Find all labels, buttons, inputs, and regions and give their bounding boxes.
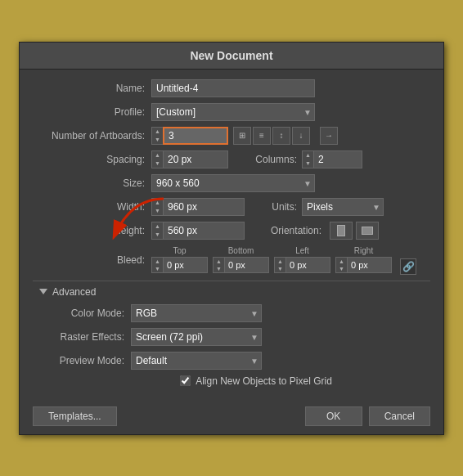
height-spin-down[interactable]: ▼ <box>152 231 163 239</box>
bleed-top-group: Top ▲ ▼ <box>151 246 208 273</box>
profile-label: Profile: <box>33 106 151 118</box>
bleed-right-input[interactable] <box>347 257 392 273</box>
artboard-row-btn[interactable]: ≡ <box>253 127 271 145</box>
bleed-bottom-spin-down[interactable]: ▼ <box>214 265 224 272</box>
raster-effects-dropdown-wrap: Screen (72 ppi) ▼ <box>131 328 262 346</box>
columns-spin-up[interactable]: ▲ <box>303 151 313 159</box>
bleed-right-spinner[interactable]: ▲ ▼ <box>335 257 347 273</box>
bleed-bottom-input-wrap: ▲ ▼ <box>213 257 269 273</box>
artboard-arrow-btn[interactable]: → <box>320 127 338 145</box>
width-label: Width: <box>33 201 151 213</box>
bleed-bottom-label: Bottom <box>228 246 254 255</box>
width-input[interactable] <box>163 198 245 216</box>
height-spin: ▲ ▼ <box>151 222 245 240</box>
profile-row: Profile: [Custom] ▼ <box>33 103 430 121</box>
name-row: Name: <box>33 79 430 97</box>
columns-spin: ▲ ▼ <box>302 150 362 168</box>
artboards-spin-up[interactable]: ▲ <box>152 128 163 136</box>
artboards-spin: ▲ ▼ <box>151 127 228 145</box>
bleed-left-spin-up[interactable]: ▲ <box>275 258 285 265</box>
raster-effects-select[interactable]: Screen (72 ppi) <box>131 328 262 346</box>
bleed-right-group: Right ▲ ▼ <box>335 246 392 273</box>
artboard-col-btn[interactable]: ↕ <box>272 127 290 145</box>
columns-spinner[interactable]: ▲ ▼ <box>302 150 313 168</box>
color-mode-row: Color Mode: RGB ▼ <box>33 304 430 322</box>
dialog-footer: Templates... OK Cancel <box>20 400 443 434</box>
columns-input[interactable] <box>313 150 362 168</box>
ok-button[interactable]: OK <box>305 406 362 426</box>
preview-mode-dropdown-wrap: Default ▼ <box>131 352 262 370</box>
advanced-toggle[interactable]: Advanced <box>33 286 430 298</box>
preview-mode-label: Preview Mode: <box>33 355 131 366</box>
spacing-label: Spacing: <box>33 154 151 165</box>
templates-button[interactable]: Templates... <box>33 406 117 426</box>
bleed-bottom-spinner[interactable]: ▲ ▼ <box>213 257 224 273</box>
portrait-button[interactable] <box>330 222 353 240</box>
portrait-icon <box>337 225 345 236</box>
bleed-top-spin-up[interactable]: ▲ <box>152 258 163 265</box>
bleed-left-input-wrap: ▲ ▼ <box>274 257 330 273</box>
spacing-spin-up[interactable]: ▲ <box>152 151 163 159</box>
section-divider <box>33 281 430 281</box>
artboards-input[interactable] <box>163 127 228 145</box>
bleed-right-input-wrap: ▲ ▼ <box>335 257 392 273</box>
artboards-label: Number of Artboards: <box>33 130 151 141</box>
bleed-left-input[interactable] <box>285 257 330 273</box>
spacing-spin-down[interactable]: ▼ <box>152 159 163 168</box>
bleed-right-spin-down[interactable]: ▼ <box>336 265 347 272</box>
color-mode-label: Color Mode: <box>33 308 131 319</box>
profile-select[interactable]: [Custom] <box>151 103 315 121</box>
spacing-input[interactable] <box>163 150 228 168</box>
width-spin-down[interactable]: ▼ <box>152 207 163 215</box>
height-row: Height: ▲ ▼ Orientation: <box>33 222 430 240</box>
artboard-grid-btn[interactable]: ⊞ <box>233 127 251 145</box>
columns-label: Columns: <box>245 154 302 165</box>
raster-effects-row: Raster Effects: Screen (72 ppi) ▼ <box>33 328 430 346</box>
width-spin-up[interactable]: ▲ <box>152 199 163 207</box>
bleed-label: Bleed: <box>33 254 151 266</box>
bleed-right-label: Right <box>354 246 373 255</box>
bleed-top-input-wrap: ▲ ▼ <box>151 257 208 273</box>
profile-dropdown-wrap: [Custom] ▼ <box>151 103 315 121</box>
bleed-right-spin-up[interactable]: ▲ <box>336 258 347 265</box>
name-input[interactable] <box>151 79 315 97</box>
bleed-top-spin-down[interactable]: ▼ <box>152 265 163 272</box>
artboard-down-btn[interactable]: ↓ <box>292 127 310 145</box>
bleed-left-spin-down[interactable]: ▼ <box>275 265 285 272</box>
spacing-spinner[interactable]: ▲ ▼ <box>151 150 163 168</box>
bleed-link-button[interactable]: 🔗 <box>400 258 416 275</box>
landscape-button[interactable] <box>356 222 379 240</box>
height-spinner[interactable]: ▲ ▼ <box>151 222 163 240</box>
bleed-row: Bleed: Top ▲ ▼ Bottom <box>33 245 430 275</box>
advanced-toggle-icon <box>39 289 47 294</box>
bleed-bottom-input[interactable] <box>224 257 269 273</box>
raster-effects-label: Raster Effects: <box>33 331 131 343</box>
orientation-buttons <box>330 222 379 240</box>
artboards-spinner[interactable]: ▲ ▼ <box>151 127 163 145</box>
cancel-button[interactable]: Cancel <box>369 406 430 426</box>
name-label: Name: <box>33 83 151 94</box>
bleed-top-spinner[interactable]: ▲ ▼ <box>151 257 163 273</box>
height-input[interactable] <box>163 222 245 240</box>
width-spinner[interactable]: ▲ ▼ <box>151 198 163 216</box>
units-group: Units: Pixels ▼ <box>261 198 384 216</box>
new-document-dialog: New Document Name: Profile: [Custom] ▼ <box>19 42 444 435</box>
bleed-top-input[interactable] <box>163 257 208 273</box>
size-select[interactable]: 960 x 560 <box>151 174 315 192</box>
bleed-left-spinner[interactable]: ▲ ▼ <box>274 257 285 273</box>
artboard-layout-controls: ⊞ ≡ ↕ ↓ → <box>233 127 338 145</box>
bleed-bottom-group: Bottom ▲ ▼ <box>213 246 269 273</box>
artboards-spin-down[interactable]: ▼ <box>152 136 163 144</box>
preview-mode-select[interactable]: Default <box>131 352 262 370</box>
columns-group: Columns: ▲ ▼ <box>245 150 362 168</box>
bleed-top-label: Top <box>173 246 186 255</box>
units-select[interactable]: Pixels <box>302 198 384 216</box>
align-checkbox[interactable] <box>180 375 191 386</box>
columns-spin-down[interactable]: ▼ <box>303 159 313 168</box>
width-spin: ▲ ▼ <box>151 198 245 216</box>
advanced-label: Advanced <box>52 286 96 298</box>
bleed-bottom-spin-up[interactable]: ▲ <box>214 258 224 265</box>
color-mode-select[interactable]: RGB <box>131 304 262 322</box>
height-spin-up[interactable]: ▲ <box>152 222 163 231</box>
size-row: Size: 960 x 560 ▼ <box>33 174 430 192</box>
